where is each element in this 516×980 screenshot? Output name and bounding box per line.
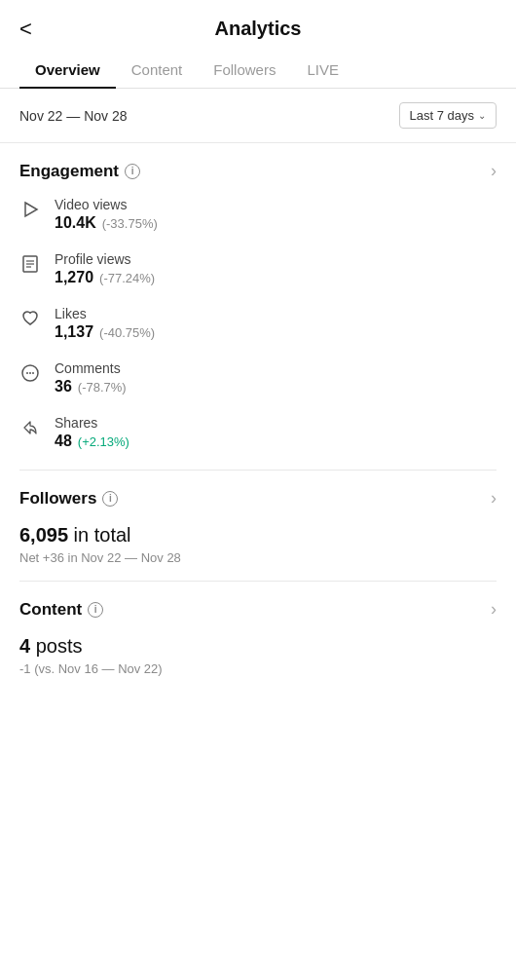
likes-change: (-40.75%): [99, 325, 155, 340]
chevron-down-icon: ⌄: [478, 110, 486, 121]
comments-label: Comments: [55, 360, 127, 376]
metric-likes: Likes 1,137 (-40.75%): [19, 306, 497, 341]
heart-icon: [19, 308, 41, 329]
profile-icon: [19, 253, 41, 275]
svg-point-6: [26, 372, 28, 374]
date-dropdown-label: Last 7 days: [410, 108, 475, 123]
header: < Analytics: [0, 0, 516, 50]
date-bar: Nov 22 — Nov 28 Last 7 days ⌄: [0, 89, 516, 143]
content-sub: -1 (vs. Nov 16 — Nov 22): [19, 661, 497, 676]
likes-label: Likes: [55, 306, 155, 321]
followers-title-row: Followers i: [19, 489, 118, 509]
metric-video-views: Video views 10.4K (-33.75%): [19, 197, 497, 232]
content-info-icon[interactable]: i: [88, 602, 103, 618]
tab-content[interactable]: Content: [116, 50, 199, 88]
engagement-info-icon[interactable]: i: [125, 164, 140, 179]
followers-total-value: 6,095: [19, 524, 68, 546]
shares-change: (+2.13%): [78, 434, 129, 449]
profile-views-label: Profile views: [55, 251, 155, 267]
play-icon: [19, 199, 41, 220]
content-posts-label: posts: [30, 635, 82, 657]
svg-marker-0: [25, 203, 37, 216]
content-posts: 4 posts: [19, 635, 497, 658]
engagement-section-header: Engagement i ›: [19, 161, 497, 181]
likes-value: 1,137: [55, 323, 93, 341]
content-section-header: Content i ›: [19, 599, 497, 620]
shares-value: 48: [55, 433, 72, 450]
metric-profile-views: Profile views 1,270 (-77.24%): [19, 251, 497, 286]
followers-total: 6,095 in total: [19, 524, 497, 547]
date-dropdown[interactable]: Last 7 days ⌄: [399, 102, 498, 129]
video-views-value: 10.4K: [55, 214, 96, 232]
content-section: Content i › 4 posts -1 (vs. Nov 16 — Nov…: [0, 582, 516, 676]
comment-icon: [19, 362, 41, 384]
content-chevron-right-icon[interactable]: ›: [491, 599, 497, 620]
page-title: Analytics: [215, 18, 302, 40]
video-views-change: (-33.75%): [102, 216, 158, 231]
followers-net: Net +36 in Nov 22 — Nov 28: [19, 550, 497, 565]
metric-comments: Comments 36 (-78.7%): [19, 360, 497, 396]
video-views-label: Video views: [55, 197, 158, 212]
shares-label: Shares: [55, 415, 129, 431]
date-range-label: Nov 22 — Nov 28: [19, 108, 128, 124]
tabs-bar: Overview Content Followers LIVE: [0, 50, 516, 89]
followers-section-header: Followers i ›: [19, 488, 497, 509]
tab-overview[interactable]: Overview: [19, 50, 116, 88]
profile-views-value: 1,270: [55, 269, 93, 286]
followers-chevron-right-icon[interactable]: ›: [491, 488, 497, 509]
engagement-section: Engagement i › Video views 10.4K (-33.75…: [0, 143, 516, 450]
svg-point-8: [32, 372, 34, 374]
content-posts-value: 4: [19, 635, 30, 657]
back-button[interactable]: <: [19, 19, 32, 40]
followers-title: Followers: [19, 489, 96, 509]
engagement-title-row: Engagement i: [19, 162, 140, 181]
followers-info-icon[interactable]: i: [102, 491, 118, 507]
followers-total-label: in total: [68, 524, 130, 546]
metric-shares: Shares 48 (+2.13%): [19, 415, 497, 450]
engagement-title: Engagement: [19, 162, 119, 181]
content-title-row: Content i: [19, 600, 103, 620]
tab-followers[interactable]: Followers: [198, 50, 291, 88]
followers-section: Followers i › 6,095 in total Net +36 in …: [0, 471, 516, 565]
engagement-chevron-right-icon[interactable]: ›: [491, 161, 497, 181]
share-icon: [19, 417, 41, 438]
tab-live[interactable]: LIVE: [291, 50, 354, 88]
svg-point-7: [29, 372, 31, 374]
content-title: Content: [19, 600, 82, 620]
comments-value: 36: [55, 378, 72, 396]
comments-change: (-78.7%): [78, 380, 127, 395]
profile-views-change: (-77.24%): [99, 271, 155, 285]
